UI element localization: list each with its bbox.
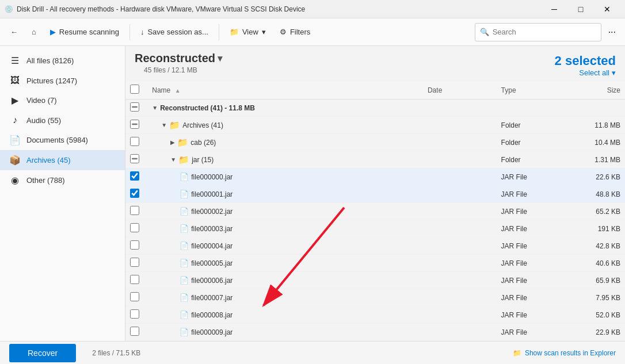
row-date: [423, 324, 497, 341]
header-size[interactable]: Size: [570, 81, 625, 99]
expand-icon[interactable]: ▼: [161, 122, 167, 128]
filters-icon: ⚙: [280, 28, 287, 36]
content-header: Reconstructed ▾ 45 files / 12.1 MB 2 sel…: [125, 46, 625, 81]
row-checkbox[interactable]: [130, 240, 139, 250]
select-all-row[interactable]: Select all ▾: [579, 68, 616, 77]
file-table-body: ▼Reconstructed (41) - 11.8 MB▼📁Archives …: [125, 99, 625, 341]
content-right: 2 selected Select all ▾: [555, 53, 616, 77]
row-size: 22.9 KB: [570, 324, 625, 341]
row-filetype: Folder: [497, 151, 570, 168]
row-checkbox[interactable]: [130, 309, 139, 319]
row-filename: Archives (41): [182, 121, 223, 129]
file-icon: 📄: [180, 207, 189, 216]
file-icon: 📄: [180, 173, 189, 181]
table-row: ▼📁Archives (41)Folder11.8 MB: [125, 117, 625, 134]
table-row: ▼📁jar (15)Folder1.31 MB: [125, 151, 625, 168]
row-date: [423, 272, 497, 289]
row-date: [423, 151, 497, 168]
sidebar-item-audio[interactable]: ♪ Audio (55): [0, 110, 125, 130]
bottom-bar: Recover 2 files / 71.5 KB 📁 Show scan re…: [0, 341, 625, 364]
row-date: [423, 203, 497, 220]
view-label: View: [242, 28, 258, 36]
sidebar-label-other: Other (788): [26, 176, 64, 185]
main-layout: ☰ All files (8126) 🖼 Pictures (1247) ▶ V…: [0, 46, 625, 341]
view-chevron-icon: ▾: [262, 28, 266, 36]
header-name[interactable]: Name ▲: [147, 81, 423, 99]
header-date[interactable]: Date: [423, 81, 497, 99]
row-filename: Reconstructed (41) - 11.8 MB: [160, 104, 255, 112]
minimize-button[interactable]: ─: [541, 0, 567, 18]
expand-icon[interactable]: ▶: [170, 139, 175, 145]
file-icon: 📄: [180, 328, 189, 336]
row-date: [423, 186, 497, 203]
row-checkbox[interactable]: [130, 154, 139, 163]
select-all-chevron-icon: ▾: [612, 68, 616, 77]
row-filename: file000008.jar: [191, 311, 233, 319]
row-filetype: JAR File: [497, 272, 570, 289]
expand-icon[interactable]: ▼: [170, 156, 176, 163]
sidebar-item-documents[interactable]: 📄 Documents (5984): [0, 130, 125, 150]
row-checkbox[interactable]: [130, 258, 139, 267]
content-title-group: Reconstructed ▾ 45 files / 12.1 MB: [135, 52, 222, 79]
table-row: 📄file000000.jarJAR File22.6 KB: [125, 168, 625, 186]
table-row: 📄file000009.jarJAR File22.9 KB: [125, 324, 625, 341]
sidebar-label-audio: Audio (55): [26, 116, 61, 125]
file-icon: 📄: [180, 311, 189, 319]
file-icon: 📄: [180, 242, 189, 250]
row-checkbox[interactable]: [130, 327, 139, 336]
audio-icon: ♪: [9, 115, 21, 125]
file-icon: 📄: [180, 293, 189, 302]
table-row: 📄file000003.jarJAR File191 KB: [125, 220, 625, 237]
row-filename: file000002.jar: [191, 208, 233, 216]
search-input[interactable]: [493, 28, 596, 36]
row-checkbox[interactable]: [130, 189, 139, 198]
view-button[interactable]: 📁 View ▾: [224, 24, 272, 40]
row-filetype: JAR File: [497, 306, 570, 324]
title-chevron-icon[interactable]: ▾: [218, 53, 222, 64]
row-size: 22.6 KB: [570, 168, 625, 186]
sidebar-label-documents: Documents (5984): [26, 136, 88, 144]
show-explorer-label: Show scan results in Explorer: [525, 349, 616, 357]
home-button[interactable]: ⌂: [26, 24, 42, 40]
row-filetype: Folder: [497, 134, 570, 151]
back-button[interactable]: ←: [5, 24, 24, 40]
home-icon: ⌂: [32, 28, 36, 36]
more-button[interactable]: ···: [604, 24, 620, 41]
content-title-text: Reconstructed: [135, 52, 215, 65]
sidebar-item-pictures[interactable]: 🖼 Pictures (1247): [0, 71, 125, 90]
row-checkbox[interactable]: [130, 171, 139, 181]
resume-scanning-button[interactable]: ▶ Resume scanning: [44, 24, 125, 40]
filters-button[interactable]: ⚙ Filters: [274, 24, 316, 40]
recover-button[interactable]: Recover: [9, 344, 76, 362]
row-checkbox[interactable]: [130, 137, 139, 146]
back-icon: ←: [10, 28, 18, 36]
sidebar-item-all-files[interactable]: ☰ All files (8126): [0, 51, 125, 71]
all-files-icon: ☰: [9, 55, 21, 66]
row-checkbox[interactable]: [130, 292, 139, 301]
header-type[interactable]: Type: [497, 81, 570, 99]
resume-icon: ▶: [50, 28, 56, 36]
sidebar-item-other[interactable]: ◉ Other (788): [0, 170, 125, 190]
row-checkbox[interactable]: [130, 102, 139, 112]
sidebar-item-archives[interactable]: 📦 Archives (45): [0, 150, 125, 170]
select-all-checkbox[interactable]: [130, 85, 139, 94]
table-row: 📄file000002.jarJAR File65.2 KB: [125, 203, 625, 220]
row-checkbox[interactable]: [130, 206, 139, 215]
sidebar-item-video[interactable]: ▶ Video (7): [0, 90, 125, 110]
search-box[interactable]: 🔍: [475, 23, 601, 41]
expand-icon[interactable]: ▼: [152, 105, 158, 111]
row-checkbox[interactable]: [130, 120, 139, 129]
folder-icon: 📁: [169, 120, 180, 131]
maximize-button[interactable]: □: [567, 0, 594, 18]
row-checkbox[interactable]: [130, 275, 139, 284]
row-checkbox[interactable]: [130, 223, 139, 232]
save-session-button[interactable]: ↓ Save session as...: [135, 24, 214, 40]
separator-2: [219, 24, 219, 40]
row-size: 1.31 MB: [570, 151, 625, 168]
resume-label: Resume scanning: [59, 28, 119, 36]
row-date: [423, 306, 497, 324]
show-explorer-button[interactable]: 📁 Show scan results in Explorer: [513, 349, 616, 357]
close-button[interactable]: ✕: [594, 0, 620, 18]
other-icon: ◉: [9, 175, 21, 186]
row-date: [423, 237, 497, 255]
